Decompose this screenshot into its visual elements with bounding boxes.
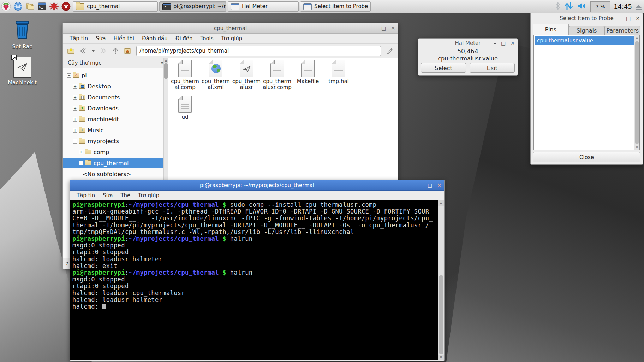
fm-menu-item[interactable]: Trợ giúp — [218, 34, 246, 43]
expand-icon[interactable]: + — [73, 106, 77, 111]
maximize-icon[interactable]: □ — [501, 41, 506, 46]
terminal-menu-item[interactable]: Sửa — [100, 191, 116, 200]
cpu-monitor[interactable]: 7 % — [590, 1, 610, 12]
close-icon[interactable]: ✕ — [391, 26, 395, 31]
desktop-icon-trash[interactable]: Sọt Rác — [3, 18, 42, 50]
terminal-titlebar[interactable]: pi@raspberrypi: ~/myprojects/cpu_thermal… — [70, 180, 444, 191]
minimize-icon[interactable]: – — [494, 41, 496, 46]
fm-menu-item[interactable]: Đi đến — [172, 34, 196, 43]
volume-icon[interactable] — [577, 2, 587, 12]
terminal-scroll-thumb[interactable] — [439, 275, 443, 354]
scroll-up-icon[interactable]: ▲ — [164, 58, 168, 63]
back-icon[interactable] — [78, 46, 88, 56]
tree-item-music[interactable]: +♪Music — [63, 125, 164, 135]
scroll-up-icon[interactable]: ▲ — [438, 200, 444, 206]
fm-menu-item[interactable]: Hiển thị — [110, 34, 137, 43]
tree-item-label: <No subfolders> — [83, 171, 131, 177]
scroll-down-icon[interactable]: ▼ — [634, 145, 639, 150]
taskbar-window-button[interactable]: cpu_thermal — [73, 1, 158, 12]
menu-raspberry-icon[interactable] — [0, 1, 12, 12]
collapse-icon[interactable]: − — [73, 139, 77, 144]
fm-menu-item[interactable]: Tập tin — [66, 34, 91, 43]
terminal-menu-item[interactable]: Trợ giúp — [135, 191, 162, 200]
collapse-icon[interactable]: − — [67, 73, 71, 78]
exit-button[interactable]: Exit — [470, 63, 515, 73]
expand-icon[interactable]: + — [73, 95, 77, 100]
file-makefile[interactable]: Makefile — [293, 60, 323, 84]
hal-meter-titlebar[interactable]: Hal Meter – □ ✕ — [418, 39, 518, 48]
tree-item-documents[interactable]: +Documents — [63, 92, 164, 103]
minimize-icon[interactable]: – — [420, 183, 423, 188]
probe-scroll-thumb[interactable] — [635, 41, 639, 144]
file-tmp-hal[interactable]: tmp.hal — [323, 60, 354, 84]
fm-menu-item[interactable]: Tools — [197, 34, 217, 43]
file-manager-icon[interactable] — [24, 1, 36, 12]
probe-pin-list[interactable]: cpu-thermalusr.value ▲ ▼ — [533, 35, 640, 150]
terminal-menu-item[interactable]: Tập tin — [73, 191, 98, 200]
new-tab-icon[interactable] — [66, 46, 76, 56]
fm-menu-item[interactable]: Sửa — [93, 34, 109, 43]
bluetooth-icon[interactable] — [555, 2, 561, 11]
close-icon[interactable]: ✕ — [636, 16, 640, 21]
back-dropdown-icon[interactable] — [90, 46, 96, 56]
probe-list-item[interactable]: cpu-thermalusr.value — [535, 36, 639, 45]
web-browser-icon[interactable] — [12, 1, 24, 12]
file-cpu-thermalusr[interactable]: cpu_thermalusr — [231, 60, 262, 90]
tree-item-desktop[interactable]: +Desktop — [63, 81, 164, 92]
expand-icon[interactable]: + — [73, 117, 77, 122]
tab-pins[interactable]: Pins — [533, 24, 569, 35]
desktop-icon-machinekit[interactable]: Machinekit — [3, 57, 42, 86]
scroll-up-icon[interactable]: ▲ — [634, 35, 639, 40]
file-ud[interactable]: ud — [170, 96, 200, 120]
probe-titlebar[interactable]: Select Item to Probe – □ ✕ — [531, 13, 643, 24]
maximize-icon[interactable]: □ — [428, 183, 432, 188]
maximize-icon[interactable]: □ — [626, 16, 631, 21]
probe-list-scrollbar[interactable]: ▲ ▼ — [634, 35, 639, 150]
file-cpu-thermal-comp[interactable]: cpu_thermal.comp — [170, 60, 200, 90]
tree-item-comp[interactable]: +comp — [63, 147, 164, 157]
expand-icon[interactable]: + — [79, 150, 83, 154]
clock[interactable]: 14:45 — [614, 3, 632, 10]
toolbar-edit-icon[interactable] — [385, 46, 394, 56]
terminal-menu-item[interactable]: Thẻ — [117, 191, 133, 200]
sidebar-mode-select[interactable]: Cây thư mục ▾ — [63, 58, 168, 68]
taskbar-window-button[interactable]: Select Item to Probe — [300, 1, 371, 12]
close-icon[interactable]: ✕ — [437, 183, 441, 188]
minimize-icon[interactable]: – — [619, 16, 621, 21]
eject-icon[interactable] — [636, 5, 642, 8]
scroll-down-icon[interactable]: ▼ — [438, 355, 444, 360]
network-arrows-icon[interactable] — [564, 2, 573, 12]
terminal-scrollbar[interactable]: ▲ ▼ — [438, 200, 444, 360]
tab-parameters[interactable]: Parameters — [604, 26, 640, 35]
tree-item-pi[interactable]: −⌂pi — [63, 70, 164, 81]
sidebar-scroll-thumb[interactable] — [164, 63, 168, 79]
forward-icon[interactable] — [99, 46, 108, 56]
terminal-output[interactable]: pi@raspberrypi:~/myprojects/cpu_thermal … — [70, 200, 438, 360]
maximize-icon[interactable]: □ — [381, 26, 386, 31]
fm-menu-item[interactable]: Đánh dấu — [139, 34, 171, 43]
taskbar-window-button[interactable]: Hal Meter — [228, 1, 299, 12]
tree-item-cpu-thermal[interactable]: −cpu_thermal — [63, 158, 164, 168]
path-input[interactable]: /home/pi/myprojects/cpu_thermal — [136, 46, 381, 56]
tree-item-machinekit[interactable]: +machinekit — [63, 114, 164, 124]
expand-icon[interactable]: + — [73, 84, 77, 89]
file-cpu-thermal-xml[interactable]: cpu_thermal.xml — [201, 60, 231, 90]
tab-signals[interactable]: Signals — [569, 26, 605, 35]
tree-item-downloads[interactable]: +▼Downloads — [63, 103, 164, 113]
taskbar-window-button[interactable]: pi@raspberrypi: ~/m... — [159, 1, 226, 12]
minimize-icon[interactable]: – — [374, 26, 376, 31]
terminal-launcher-icon[interactable]: >_ — [36, 1, 48, 12]
wolfram-icon[interactable] — [60, 1, 72, 12]
tree-item--no-subfolders-[interactable]: <No subfolders> — [63, 169, 164, 179]
close-button[interactable]: Close — [533, 152, 640, 162]
up-icon[interactable] — [111, 46, 120, 56]
select-button[interactable]: Select — [421, 63, 466, 73]
expand-icon[interactable]: + — [73, 128, 77, 133]
home-icon[interactable] — [123, 46, 132, 56]
tree-item-myprojects[interactable]: −myprojects — [63, 136, 164, 146]
mathematica-icon[interactable] — [48, 1, 60, 12]
collapse-icon[interactable]: − — [79, 161, 83, 165]
file-cpu-thermalusr-comp[interactable]: cpu_thermalusr.comp — [262, 60, 292, 90]
close-icon[interactable]: ✕ — [511, 41, 515, 46]
fm-titlebar[interactable]: cpu_thermal – □ ✕ — [63, 23, 398, 34]
